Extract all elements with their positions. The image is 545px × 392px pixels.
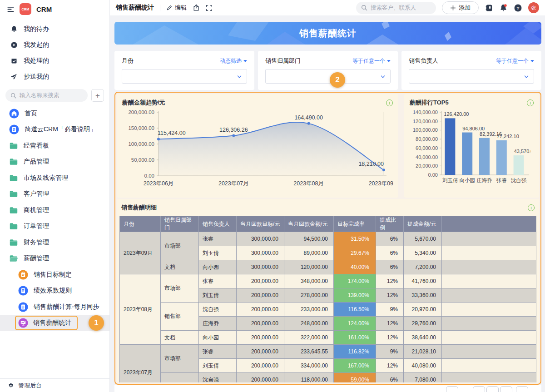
pagination-button[interactable] bbox=[500, 386, 512, 392]
share-icon bbox=[193, 4, 200, 11]
app-item-6[interactable]: 商机管理 bbox=[0, 202, 109, 218]
filter-operator[interactable]: 等于任意一个 bbox=[352, 57, 391, 65]
app-item-label: 经营看板 bbox=[24, 142, 49, 150]
table-cell: 6% bbox=[376, 373, 404, 383]
dashboard-panel: 薪酬金额趋势/元 i 0.0050,000.00100,000.00150,00… bbox=[114, 92, 541, 385]
table-cell bbox=[442, 274, 536, 288]
table-cell: 248,000.00 bbox=[284, 317, 334, 331]
info-icon[interactable]: i bbox=[386, 99, 393, 106]
table-cell: 2023年09月 bbox=[120, 232, 161, 274]
svg-text:60,000.00: 60,000.00 bbox=[416, 145, 438, 151]
chevron-down-icon bbox=[237, 74, 242, 79]
app-item-3[interactable]: 产品管理 bbox=[0, 154, 109, 170]
table-cell: 200,000.00 bbox=[237, 303, 284, 317]
fullscreen-button[interactable] bbox=[206, 5, 213, 11]
svg-text:126,306.26: 126,306.26 bbox=[219, 127, 248, 133]
table-cell: 2023年08月 bbox=[120, 274, 161, 345]
app-item-10[interactable]: 销售目标制定 bbox=[0, 267, 109, 283]
sidebar-item-label: 抄送我的 bbox=[24, 73, 49, 81]
table-cell: 20,970.00 bbox=[404, 303, 442, 317]
help-button[interactable]: ? bbox=[514, 4, 522, 12]
sidebar-item-task[interactable]: 我处理的 bbox=[0, 53, 109, 69]
pagination-button[interactable] bbox=[516, 386, 528, 392]
pagination-button[interactable] bbox=[473, 386, 485, 392]
sidebar-search-input[interactable]: 输入名称来搜索 bbox=[5, 89, 88, 102]
global-search-input[interactable]: 搜索客户、联系人 bbox=[356, 2, 436, 14]
svg-text:115,424.00: 115,424.00 bbox=[158, 130, 186, 136]
table-cell: 向小园 bbox=[199, 331, 237, 345]
add-app-button[interactable]: + bbox=[91, 89, 104, 102]
bell-icon bbox=[499, 4, 508, 12]
app-item-0[interactable]: 首页 bbox=[0, 105, 109, 122]
table-cell bbox=[442, 345, 536, 359]
user-avatar[interactable]: 张 bbox=[528, 2, 539, 13]
info-icon[interactable]: i bbox=[528, 204, 535, 211]
app-item-9[interactable]: 薪酬管理 bbox=[0, 251, 109, 267]
filter-operator[interactable]: 等于任意一个 bbox=[496, 57, 534, 65]
table-cell: 7,080.00 bbox=[404, 373, 442, 383]
table-cell: 40.00% bbox=[334, 260, 376, 274]
sidebar-item-play[interactable]: 我发起的 bbox=[0, 37, 109, 53]
table-cell: 21,028.10 bbox=[404, 345, 442, 359]
play-icon bbox=[10, 41, 18, 49]
table-cell: 161.00% bbox=[334, 331, 376, 345]
notifications-button[interactable] bbox=[499, 4, 508, 12]
table-cell: 市场部 bbox=[161, 232, 199, 260]
table-cell bbox=[442, 317, 536, 331]
contacts-button[interactable] bbox=[485, 4, 493, 12]
app-item-label: 简道云CRM「必看说明」 bbox=[25, 125, 96, 134]
table-cell: 322,000.00 bbox=[284, 331, 334, 345]
table-cell: 12% bbox=[376, 359, 404, 373]
admin-console-link[interactable]: 管理后台 bbox=[0, 378, 109, 392]
table-cell: 233,645.55 bbox=[284, 345, 334, 359]
info-icon[interactable]: i bbox=[527, 99, 534, 106]
filter-select[interactable] bbox=[409, 69, 534, 84]
app-item-label: 销售目标制定 bbox=[34, 271, 72, 279]
topbar: 销售薪酬统计 编辑 搜索客户、联系人 添加 ? 张 bbox=[110, 0, 545, 15]
table-cell: 300,000.00 bbox=[237, 232, 284, 246]
svg-text:向小园: 向小园 bbox=[459, 178, 475, 183]
table-cell bbox=[442, 288, 536, 303]
chevron-down-icon bbox=[380, 74, 386, 79]
plus-icon bbox=[450, 5, 456, 11]
app-item-13[interactable]: 销售薪酬统计1 bbox=[0, 315, 109, 332]
app-item-label: 商机管理 bbox=[24, 206, 49, 214]
divider bbox=[160, 5, 160, 11]
column-header: 当月回款金额/元 bbox=[284, 216, 334, 232]
share-button[interactable] bbox=[193, 4, 200, 11]
sidebar-item-send[interactable]: 抄送我的 bbox=[0, 69, 109, 84]
pagination-button[interactable] bbox=[446, 386, 458, 392]
table-cell: 139.00% bbox=[334, 288, 376, 303]
edit-button[interactable]: 编辑 bbox=[166, 4, 187, 12]
pagination-button[interactable] bbox=[486, 386, 499, 392]
app-item-7[interactable]: 订单管理 bbox=[0, 218, 109, 235]
table-cell bbox=[442, 303, 536, 317]
app-item-2[interactable]: 经营看板 bbox=[0, 138, 109, 154]
filter-operator[interactable]: 动态筛选 bbox=[220, 57, 247, 65]
add-button[interactable]: 添加 bbox=[442, 1, 479, 14]
app-item-8[interactable]: 财务管理 bbox=[0, 234, 109, 251]
step-badge-2: 2 bbox=[330, 72, 345, 88]
app-list: 首页简道云CRM「必看说明」经营看板产品管理市场及线索管理客户管理商机管理订单管… bbox=[0, 104, 109, 378]
filter-select[interactable] bbox=[265, 69, 391, 84]
table-cell bbox=[442, 232, 536, 246]
sidebar-item-bell[interactable]: 我的待办 bbox=[0, 21, 109, 37]
app-item-label: 产品管理 bbox=[24, 158, 49, 166]
app-item-12[interactable]: 销售薪酬计算-每月同步 bbox=[0, 299, 109, 315]
app-item-5[interactable]: 客户管理 bbox=[0, 186, 109, 203]
table-cell: 张睿 bbox=[199, 232, 237, 246]
global-search-placeholder: 搜索客户、联系人 bbox=[371, 4, 416, 12]
column-header bbox=[442, 216, 536, 232]
table-cell: 233,000.00 bbox=[284, 303, 334, 317]
filter-label: 销售负责人 bbox=[409, 57, 438, 65]
ranking-chart-title: 薪酬排行TOP5 bbox=[410, 99, 449, 107]
collapse-sidebar-icon[interactable] bbox=[7, 5, 15, 13]
filter-select[interactable] bbox=[122, 69, 247, 84]
table-row: 文档向小园200,000.00322,000.00161.00%12%38,64… bbox=[120, 331, 536, 345]
table-row: 2023年09月市场部张睿300,000.0094,500.0031.50%6%… bbox=[120, 232, 536, 246]
app-item-4[interactable]: 市场及线索管理 bbox=[0, 170, 109, 186]
svg-text:50,000.00: 50,000.00 bbox=[131, 157, 154, 163]
table-cell: 6% bbox=[376, 260, 404, 274]
app-item-11[interactable]: 绩效系数规则 bbox=[0, 283, 109, 299]
app-item-1[interactable]: 简道云CRM「必看说明」 bbox=[0, 122, 109, 138]
